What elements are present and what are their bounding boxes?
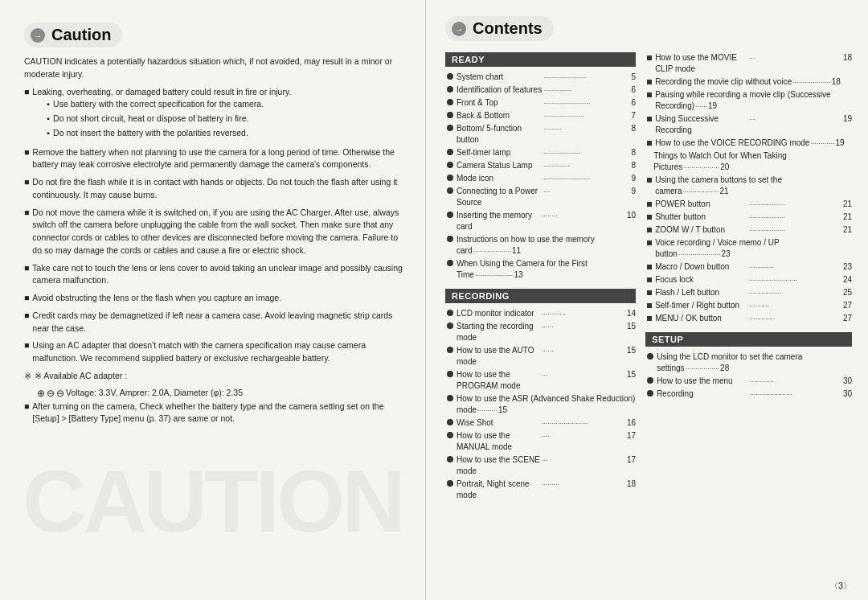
contents-page: Contents READY System chart ············… (426, 0, 868, 600)
bullet-icon (447, 371, 453, 377)
toc-setup-section: SETUP Using the LCD monitor to set the c… (645, 332, 852, 400)
list-item: Self-timer / Right button ·········· 27 (645, 300, 852, 311)
bullet-icon (447, 432, 453, 438)
list-item: ZOOM W / T button ·················· 21 (645, 224, 852, 236)
bullet-icon (447, 395, 453, 401)
square-bullet-icon (647, 80, 652, 84)
caution-item-2: ■ Remove the battery when not planning t… (24, 146, 406, 172)
arrow-bullet-icon (31, 28, 45, 43)
caution-item-6: ■ Avoid obstructing the lens or the flas… (24, 292, 406, 305)
bullet-icon (447, 347, 453, 353)
list-item: Bottom/ 5-function button ········· 8 (445, 123, 636, 146)
list-item: How to use the menu ············ 30 (645, 376, 852, 387)
list-item: LCD monitor indicator ············ 14 (445, 308, 636, 319)
square-bullet-icon (647, 303, 652, 308)
bullet-icon (447, 236, 453, 242)
list-item: Macro / Down button ············ 23 (645, 261, 852, 273)
contents-columns: READY System chart ·····················… (445, 52, 852, 509)
caution-intro: CAUTION indicates a potentially hazardou… (24, 55, 406, 81)
list-item: How to use the SCENE mode ··· 17 (445, 454, 636, 477)
list-item: Focus lock ························ 24 (645, 274, 852, 286)
square-bullet-icon (647, 92, 652, 97)
bullet-icon (447, 162, 453, 168)
list-item: How to use the AUTO mode ······ 15 (445, 345, 636, 368)
square-bullet-icon (647, 240, 652, 245)
minus-icon: ⊖ (56, 386, 64, 401)
list-item: Recording ····················· 30 (645, 388, 852, 400)
bullet-icon (647, 377, 653, 384)
list-item: Mode icon ······················· 9 (445, 173, 636, 184)
caution-item-last: ■ After turning on the camera, Check whe… (24, 401, 406, 426)
square-bullet-icon (647, 277, 652, 282)
list-item: Instructions on how to use the memory ca… (445, 234, 636, 257)
toc-right-col: How to use the MOVIE CLIP mode ··· 18 Re… (645, 52, 852, 509)
bullet-icon (447, 99, 453, 105)
bullet-icon (447, 187, 453, 194)
list-item: Using the LCD monitor to set the camera … (645, 351, 852, 374)
arrow-bullet-contents-icon (452, 22, 466, 36)
square-bullet-icon (647, 55, 652, 60)
list-item: Things to Watch Out for When Taking Pict… (645, 150, 852, 173)
toc-left-col: READY System chart ·····················… (445, 52, 636, 509)
bullet-icon (447, 73, 453, 80)
circle-icon: ⊖ (47, 386, 55, 401)
bullet-icon (447, 212, 453, 218)
contents-header: Contents (445, 16, 554, 41)
toc-ready-section: READY System chart ·····················… (445, 52, 636, 281)
contents-title: Contents (473, 19, 542, 38)
list-item: How to use the MANUAL mode ···· 17 (445, 430, 636, 453)
list-item: Identification of features ·············… (445, 84, 636, 96)
caution-item-8: ■ Using an AC adapter that doesn't match… (24, 339, 406, 365)
power-row: ⊕ ⊖ ⊖ Voltage: 3.3V, Amprer: 2.0A, Diame… (37, 386, 406, 401)
caution-item-1: ■ Leaking, overheating, or damaged batte… (24, 86, 406, 142)
list-item: How to use the MOVIE CLIP mode ··· 18 (645, 52, 852, 75)
bullet-icon (447, 86, 453, 92)
list-item: Starting the recording mode ······ 15 (445, 321, 636, 343)
bullet-icon (447, 260, 453, 266)
list-item: How to use the PROGRAM mode ··· 15 (445, 369, 636, 392)
square-bullet-icon (647, 202, 652, 207)
note-row: ※ ※ Available AC adapter : (24, 370, 406, 383)
list-item: Inserting the memory card ········ 10 (445, 210, 636, 232)
list-item: Camera Status Lamp ············· 8 (445, 160, 636, 171)
bullet-icon (447, 149, 453, 155)
square-bullet-icon (647, 290, 652, 295)
list-item: Wise Shot ······················· 16 (445, 417, 636, 429)
bullet-icon (447, 112, 453, 118)
toc-setup-header: SETUP (645, 332, 852, 347)
toc-ready-header: READY (445, 52, 636, 67)
caution-item-4: ■ Do not move the camera while it is swi… (24, 207, 406, 257)
list-item: Recording the movie clip without voice··… (645, 76, 852, 88)
plus-icon: ⊕ (37, 386, 45, 401)
square-bullet-icon (647, 178, 652, 183)
list-item: Portrait, Night scene mode ········· 18 (445, 479, 636, 501)
caution-item-7: ■ Credit cards may be demagnetized if le… (24, 310, 406, 335)
bullet-icon (447, 310, 453, 316)
bullet-icon (447, 419, 453, 425)
list-item: POWER button ·················· 21 (645, 199, 852, 210)
list-item: Shutter button ·················· 21 (645, 212, 852, 223)
toc-recording-header: RECORDING (445, 289, 636, 303)
caution-title: Caution (51, 26, 111, 44)
watermark: CAUTION (23, 450, 403, 552)
toc-movieclip-section: How to use the MOVIE CLIP mode ··· 18 Re… (645, 52, 852, 324)
bullet-icon (447, 323, 453, 329)
page-number: 〈3〉 (829, 580, 852, 592)
bullet-icon (447, 125, 453, 131)
square-bullet-icon (647, 141, 652, 146)
list-item: Using Successive Recording ··· 19 (645, 113, 852, 136)
toc-recording-section: RECORDING LCD monitor indicator ········… (445, 289, 636, 501)
square-bullet-icon (647, 265, 652, 269)
list-item: Self-timer lamp ·················· 8 (445, 147, 636, 158)
list-item: Back & Bottom ···················· 7 (445, 110, 636, 121)
square-bullet-icon (647, 316, 652, 321)
bullet-icon (647, 390, 653, 397)
caution-body: CAUTION indicates a potentially hazardou… (24, 55, 406, 425)
bullet-icon (447, 480, 453, 487)
bullet-icon (447, 175, 453, 181)
caution-header: Caution (24, 23, 122, 47)
bullet-icon (647, 353, 653, 360)
caution-item-3: ■ Do not fire the flash while it is in c… (24, 176, 406, 202)
list-item: Voice recording / Voice memo / UP button… (645, 237, 852, 260)
list-item: When Using the Camera for the First Time… (445, 258, 636, 281)
